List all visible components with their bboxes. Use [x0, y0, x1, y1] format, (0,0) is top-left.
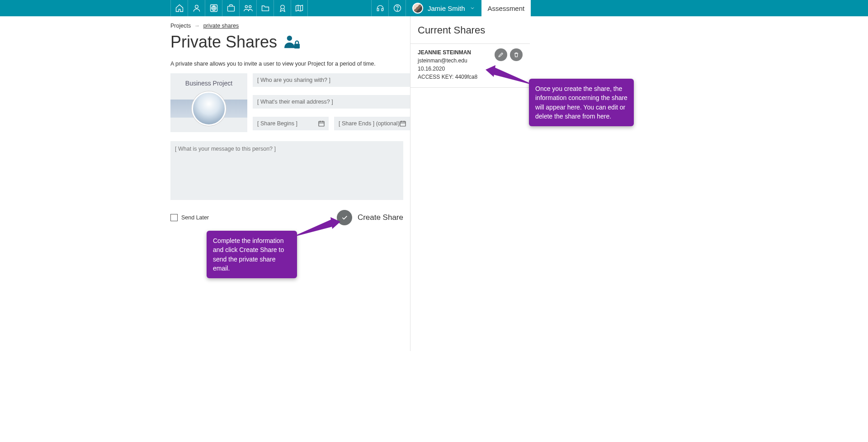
- share-recipient-name: JEANNIE STEINMAN: [418, 48, 477, 57]
- tab-assessment[interactable]: Assessment: [481, 0, 531, 16]
- svg-marker-16: [486, 65, 495, 77]
- callout-text: Once you create the share, the informati…: [535, 85, 627, 120]
- people-icon[interactable]: [239, 0, 256, 16]
- topbar: Jamie Smith Assessment: [0, 0, 868, 16]
- user-name: Jamie Smith: [428, 5, 465, 12]
- calendar-icon[interactable]: [318, 120, 325, 127]
- share-recipient-email: jsteinman@tech.edu: [418, 57, 477, 65]
- main-column: Projects → private shares Private Shares…: [170, 16, 410, 351]
- briefcase-icon[interactable]: [222, 0, 239, 16]
- svg-point-5: [249, 5, 251, 8]
- svg-point-8: [397, 10, 397, 10]
- svg-marker-15: [492, 67, 535, 86]
- edit-share-button[interactable]: [495, 48, 507, 61]
- headset-icon[interactable]: [371, 0, 388, 16]
- profile-icon[interactable]: [188, 0, 205, 16]
- send-later-label: Send Later: [181, 214, 209, 221]
- create-share-label: Create Share: [358, 213, 403, 222]
- share-ends-input[interactable]: [334, 117, 410, 130]
- callout-create-share: Complete the information and click Creat…: [207, 231, 297, 278]
- user-menu[interactable]: Jamie Smith: [406, 0, 481, 16]
- project-thumbnail: [192, 91, 226, 126]
- svg-rect-11: [319, 121, 324, 126]
- breadcrumb-current: private shares: [203, 23, 239, 29]
- svg-marker-14: [330, 217, 340, 229]
- page-title-text: Private Shares: [170, 33, 277, 52]
- send-later-checkbox[interactable]: Send Later: [170, 214, 209, 221]
- share-actions: [495, 48, 523, 61]
- share-with-input[interactable]: [253, 73, 410, 87]
- trash-icon: [513, 52, 519, 58]
- globe-icon[interactable]: [205, 0, 222, 16]
- badge-icon[interactable]: [274, 0, 291, 16]
- svg-point-0: [195, 5, 198, 8]
- project-card: Business Project: [170, 73, 247, 132]
- share-meta: JEANNIE STEINMAN jsteinman@tech.edu 10.1…: [418, 48, 477, 81]
- app-shell: Projects → private shares Private Shares…: [170, 16, 530, 351]
- breadcrumb-arrow-icon: →: [194, 23, 200, 29]
- callout-arrow-icon: [291, 217, 340, 244]
- map-icon[interactable]: [291, 0, 308, 16]
- share-begins-wrap: [253, 117, 329, 130]
- svg-point-6: [280, 5, 284, 9]
- email-input[interactable]: [253, 95, 410, 109]
- breadcrumb: Projects → private shares: [170, 23, 410, 29]
- svg-point-9: [287, 36, 292, 41]
- share-date: 10.16.2020: [418, 65, 477, 73]
- private-shares-icon: [283, 34, 301, 50]
- svg-rect-12: [400, 121, 406, 126]
- avatar: [412, 3, 423, 14]
- callout-arrow-icon: [486, 65, 535, 92]
- svg-rect-3: [227, 6, 234, 11]
- share-begins-input[interactable]: [253, 117, 329, 130]
- breadcrumb-root[interactable]: Projects: [170, 23, 191, 29]
- topbar-right: Jamie Smith Assessment: [371, 0, 531, 16]
- form-top-row: Business Project: [170, 73, 410, 132]
- topbar-left-icons: [170, 0, 308, 16]
- checkbox-box-icon: [170, 214, 178, 221]
- calendar-icon[interactable]: [399, 120, 406, 127]
- svg-point-4: [245, 5, 247, 8]
- message-textarea[interactable]: [170, 141, 403, 200]
- page-description: A private share allows you to invite a u…: [170, 61, 410, 67]
- actions-row: Send Later Create Share: [170, 210, 403, 225]
- pencil-icon: [498, 52, 504, 58]
- chevron-down-icon: [470, 5, 475, 11]
- share-access-key: ACCESS KEY: 4409fca8: [418, 73, 477, 81]
- delete-share-button[interactable]: [510, 48, 523, 61]
- form-fields: [253, 73, 410, 132]
- help-icon[interactable]: [388, 0, 406, 16]
- share-ends-wrap: [334, 117, 410, 130]
- project-card-title: Business Project: [170, 80, 247, 87]
- date-row: [253, 117, 410, 130]
- svg-rect-10: [294, 44, 300, 48]
- page-title: Private Shares: [170, 33, 410, 52]
- folder-icon[interactable]: [256, 0, 274, 16]
- callout-text: Complete the information and click Creat…: [213, 237, 284, 272]
- svg-marker-13: [291, 219, 334, 238]
- home-icon[interactable]: [170, 0, 188, 16]
- side-panel-title: Current Shares: [410, 24, 530, 43]
- create-share-button[interactable]: Create Share: [337, 210, 403, 225]
- callout-current-shares: Once you create the share, the informati…: [529, 79, 634, 126]
- tab-assessment-label: Assessment: [488, 5, 525, 12]
